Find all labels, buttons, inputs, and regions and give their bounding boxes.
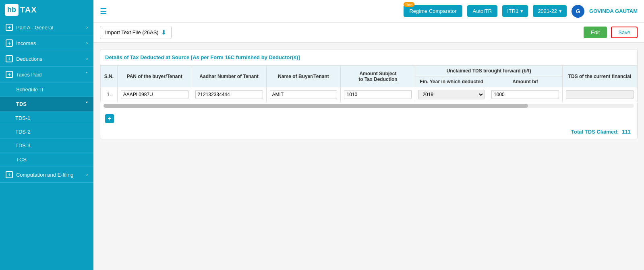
col-tds-current: TDS of the current financial xyxy=(562,66,637,87)
cell-tds-deducted[interactable] xyxy=(562,87,637,102)
plus-icon: + xyxy=(6,24,13,31)
table-row: 1. xyxy=(101,87,637,102)
total-row: Total TDS Claimed: 111 xyxy=(100,125,637,139)
sidebar-sub-item-tds3[interactable]: TDS-3 xyxy=(0,139,93,153)
table-wrapper: Details of Tax Deducted at Source [As pe… xyxy=(100,49,638,139)
col-aadhar: Aadhar Number of Tenant xyxy=(192,66,266,87)
itr1-label: ITR1 xyxy=(507,8,518,14)
sidebar-item-schedule-it[interactable]: Schedule IT xyxy=(0,82,93,97)
tds2-label: TDS-2 xyxy=(15,129,31,135)
regime-comparator-label: Regime Comparator xyxy=(409,8,456,14)
col-name: Name of Buyer/Tenant xyxy=(266,66,341,87)
sidebar-sub-item-tds2[interactable]: TDS-2 xyxy=(0,125,93,139)
sidebar-item-tds-label: TDS xyxy=(6,101,27,107)
year-chevron-icon: ▾ xyxy=(559,8,562,14)
user-name: GOVINDA GAUTAM xyxy=(589,8,638,14)
sidebar-item-part-a-label: Part A - General xyxy=(16,25,54,31)
col-amount: Amount Subjectto Tax Deduction xyxy=(341,66,415,87)
autoir-label: AutoITR xyxy=(473,8,492,14)
sidebar-item-computation-label: Computation and E-filing xyxy=(16,172,73,178)
itr1-chevron-icon: ▾ xyxy=(520,8,523,14)
plus-icon: + xyxy=(6,39,13,47)
sidebar-item-taxes-paid[interactable]: + Taxes Paid ˅ xyxy=(0,67,93,82)
chevron-right-icon: › xyxy=(86,172,88,177)
col-amount-bf: Amount b/f xyxy=(488,76,563,87)
cell-fin-year[interactable]: 2019 2020 2021 xyxy=(415,87,488,102)
aadhar-input[interactable] xyxy=(195,90,263,99)
edit-button[interactable]: Edit xyxy=(584,27,607,38)
sidebar-item-deductions[interactable]: + Deductions › xyxy=(0,51,93,67)
sidebar-item-incomes[interactable]: + Incomes › xyxy=(0,35,93,51)
avatar: G xyxy=(572,5,584,18)
scrollbar-track[interactable] xyxy=(104,104,634,108)
toolbar: Import Text File (26AS) ⬇ Edit Save xyxy=(93,23,644,43)
sidebar-sub-item-tds1[interactable]: TDS-1 xyxy=(0,111,93,125)
name-input[interactable] xyxy=(270,90,338,99)
col-group-unclaimed: Unclaimed TDS brought forward (b/f) xyxy=(415,66,563,76)
chevron-right-icon: › xyxy=(86,40,88,46)
total-label: Total TDS Claimed: xyxy=(571,129,619,135)
chevron-down-icon: ˅ xyxy=(85,101,88,107)
col-pan: PAN of the buyer/Tenant xyxy=(117,66,192,87)
cell-sn: 1. xyxy=(101,87,118,102)
tds-table: S.N. PAN of the buyer/Tenant Aadhar Numb… xyxy=(100,65,637,102)
sidebar-item-deductions-label: Deductions xyxy=(16,56,42,62)
cell-amount-bf[interactable] xyxy=(488,87,563,102)
sidebar-item-tcs-label: TCS xyxy=(6,157,27,163)
add-row-button[interactable]: + xyxy=(105,114,114,123)
amount-bf-input[interactable] xyxy=(491,90,559,99)
col-fin-year: Fin. Year in which deducted xyxy=(415,76,488,87)
logo: hb TAX xyxy=(0,0,93,20)
logo-hb: hb xyxy=(5,4,19,16)
cell-amount[interactable] xyxy=(341,87,415,102)
year-label: 2021-22 xyxy=(538,8,557,14)
main-panel: ☰ New Regime Comparator AutoITR ITR1 ▾ 2… xyxy=(93,0,644,270)
plus-icon: + xyxy=(6,55,13,62)
hamburger-icon[interactable]: ☰ xyxy=(100,6,107,16)
save-button[interactable]: Save xyxy=(611,27,638,38)
sidebar-item-computation[interactable]: + Computation and E-filing › xyxy=(0,167,93,183)
section-title: Details of Tax Deducted at Source [As pe… xyxy=(105,54,632,60)
regime-comparator-button[interactable]: New Regime Comparator xyxy=(404,5,462,17)
tds3-label: TDS-3 xyxy=(15,142,31,148)
fin-year-select[interactable]: 2019 2020 2021 xyxy=(418,90,485,99)
logo-tax: TAX xyxy=(20,5,37,14)
import-button[interactable]: Import Text File (26AS) ⬇ xyxy=(100,26,172,39)
cell-name[interactable] xyxy=(266,87,341,102)
sidebar-item-schedule-it-label: Schedule IT xyxy=(6,87,44,93)
sidebar-item-incomes-label: Incomes xyxy=(16,40,36,46)
total-value: 111 xyxy=(622,129,631,135)
itr1-dropdown[interactable]: ITR1 ▾ xyxy=(502,5,528,17)
sidebar-item-tds[interactable]: TDS ˅ xyxy=(0,97,93,111)
plus-icon: + xyxy=(6,171,13,178)
tds1-label: TDS-1 xyxy=(15,115,31,121)
autoir-button[interactable]: AutoITR xyxy=(467,5,498,17)
col-sn: S.N. xyxy=(101,66,118,87)
chevron-right-icon: › xyxy=(86,56,88,62)
tds-deducted-input[interactable] xyxy=(566,90,634,99)
header: ☰ New Regime Comparator AutoITR ITR1 ▾ 2… xyxy=(93,0,644,23)
plus-icon: + xyxy=(6,71,13,78)
content-area: Details of Tax Deducted at Source [As pe… xyxy=(93,43,644,270)
amount-input[interactable] xyxy=(344,90,412,99)
scrollbar-thumb[interactable] xyxy=(104,104,528,108)
pan-input[interactable] xyxy=(121,90,188,99)
chevron-right-icon: › xyxy=(86,25,88,30)
cell-pan[interactable] xyxy=(117,87,192,102)
cell-aadhar[interactable] xyxy=(192,87,266,102)
download-icon: ⬇ xyxy=(161,29,166,36)
new-badge-label: New xyxy=(404,2,414,7)
sidebar-item-taxes-paid-label: Taxes Paid xyxy=(16,72,42,78)
sidebar-item-part-a[interactable]: + Part A - General › xyxy=(0,20,93,35)
sidebar-item-tcs[interactable]: TCS xyxy=(0,153,93,167)
import-label: Import Text File (26AS) xyxy=(105,29,159,35)
year-dropdown[interactable]: 2021-22 ▾ xyxy=(533,5,567,17)
chevron-down-icon: ˅ xyxy=(85,72,88,77)
sidebar: hb TAX + Part A - General › + Incomes › … xyxy=(0,0,93,270)
